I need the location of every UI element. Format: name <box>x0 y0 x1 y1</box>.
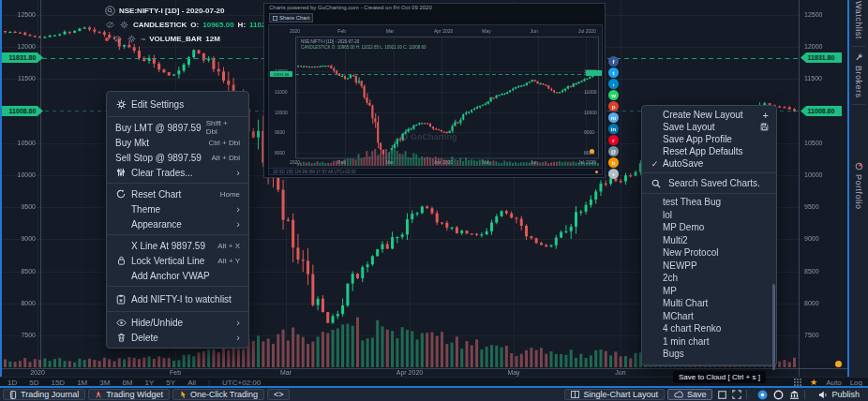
saved-chart-item[interactable]: NEWPP <box>642 260 776 273</box>
publish-button[interactable]: Publish <box>813 389 865 400</box>
save-app-profile-item[interactable]: Save App Profile <box>642 133 776 145</box>
volume-value: 12M <box>205 35 220 43</box>
favorite-star-icon[interactable]: ★ <box>810 379 817 386</box>
mini-legend-line: NSE:NIFTY-I [1D] - 2020-07-20 <box>301 39 359 44</box>
reset-app-defaults-item[interactable]: Reset App Defaults <box>642 145 776 157</box>
more-share-icon[interactable]: + <box>608 169 619 179</box>
x-line-item[interactable]: X Line At 9897.59 Alt + X <box>107 238 248 253</box>
save-button[interactable]: Save <box>667 389 713 400</box>
wrench-icon <box>855 53 863 62</box>
messenger-share-icon[interactable]: m <box>608 112 619 123</box>
clipboard-plus-icon <box>115 294 127 304</box>
save-layout-item[interactable]: Save Layout <box>642 121 776 133</box>
add-to-watchlist-item[interactable]: Add NIFTY-I to watchlist <box>107 290 248 308</box>
symbol-search-icon[interactable] <box>105 6 115 16</box>
menu-scrollbar[interactable] <box>772 284 775 370</box>
price-tick-label: 10500 <box>804 140 822 146</box>
mini-legend-line: CANDLESTICK O: 10965.00 H: 11022.65 L: 1… <box>301 45 426 50</box>
delete-item[interactable]: Delete › <box>107 330 248 345</box>
volume-study-name: VOLUME_BAR <box>149 35 202 43</box>
whatsapp-share-icon[interactable]: w <box>608 90 619 100</box>
plus-icon: + <box>763 110 769 121</box>
one-click-trading-button[interactable]: One-Click Trading <box>172 389 264 400</box>
chevron-right-icon: › <box>236 168 240 177</box>
eye-off-icon[interactable] <box>105 20 115 30</box>
create-new-layout-item[interactable]: Create New Layout + <box>642 109 776 121</box>
pinterest-share-icon[interactable]: p <box>608 101 619 111</box>
chevron-right-icon: › <box>236 333 240 342</box>
saved-chart-item[interactable]: Multi Chart <box>642 297 776 310</box>
share-chart-button[interactable]: Share Chart <box>269 13 313 22</box>
hide-unhide-item[interactable]: Hide/Unhide › <box>107 315 248 330</box>
saved-chart-item[interactable]: 4 chart Renko <box>642 322 776 335</box>
price-tick-label: 7500 <box>4 332 36 338</box>
edit-settings-item[interactable]: Edit Settings <box>107 95 248 113</box>
mini-price-label: 9000 <box>275 129 285 135</box>
saved-chart-item[interactable]: New Protocol <box>642 246 776 260</box>
price-tick-label: 12000 <box>804 43 822 50</box>
sidebar-tab-brokers[interactable]: Brokers <box>849 49 868 103</box>
mini-time-label-bottom: Mar <box>386 159 395 165</box>
study-settings-gear-icon[interactable] <box>119 20 129 30</box>
notification-dot[interactable] <box>835 361 842 367</box>
saved-chart-item[interactable]: Bugs <box>642 348 776 361</box>
search-saved-charts-input[interactable]: Search Saved Charts. <box>642 173 776 194</box>
price-tick-label: 8000 <box>4 300 36 306</box>
saved-chart-item[interactable]: MP Demo <box>642 221 776 234</box>
bank-icon[interactable] <box>789 389 800 400</box>
linkedin-share-icon[interactable]: in <box>608 124 619 134</box>
sell-stop-item[interactable]: Sell Stop @ 9897.59 Alt + Dbl <box>107 150 248 165</box>
lock-vertical-line-item[interactable]: Lock Vertical Line Alt + Y <box>107 253 248 268</box>
sync-ring-icon[interactable] <box>773 389 784 400</box>
time-tick-label: Feb <box>157 369 194 376</box>
facebook-share-icon[interactable]: f <box>608 56 619 67</box>
saved-chart-item[interactable]: MP <box>642 285 776 298</box>
reset-chart-item[interactable]: Reset Chart Home <box>107 186 248 201</box>
screenshot-frame-icon[interactable] <box>718 389 726 400</box>
price-tick-label: 9500 <box>4 203 36 210</box>
saved-chart-item[interactable]: MChart <box>642 310 776 323</box>
saved-chart-item[interactable]: 1 min chart <box>642 335 776 349</box>
mini-time-label-bottom: Jun <box>531 159 538 165</box>
autosave-item[interactable]: ✓ AutoSave <box>642 157 776 170</box>
sidebar-divider <box>852 46 865 47</box>
mini-price-label: 9000 <box>584 129 594 135</box>
telegram-share-icon[interactable]: › <box>608 79 619 89</box>
code-button[interactable]: <> <box>267 389 291 400</box>
grid-settings-icon[interactable] <box>794 379 801 386</box>
mini-price-tag: 11831.80 <box>270 71 292 77</box>
buy-lmt-item[interactable]: Buy LMT @ 9897.59 Shift + Dbl <box>107 120 248 135</box>
right-sidebar: Watchlist Brokers Portfolio <box>849 0 868 378</box>
trading-journal-button[interactable]: Trading Journal <box>3 389 85 400</box>
clear-trades-item[interactable]: Clear Trades... › <box>107 165 248 180</box>
saved-chart-item[interactable]: test Thea Bug <box>642 196 776 209</box>
eye-off-icon[interactable] <box>112 34 123 44</box>
price-tick-label: 10000 <box>804 171 822 178</box>
toolbar-divider <box>804 390 805 399</box>
mini-price-tag <box>586 70 602 76</box>
price-tick-label: 12500 <box>4 11 36 18</box>
saved-chart-item[interactable]: 2ch <box>642 272 776 285</box>
gocharting-app: NSE:NIFTY-I [1D] - 2020-07-20 CANDLESTIC… <box>0 0 868 401</box>
price-tick-label: 8500 <box>804 268 819 275</box>
floppy-icon <box>760 123 769 131</box>
saved-chart-item[interactable]: Multi2 <box>642 234 776 247</box>
blogger-share-icon[interactable]: b <box>608 157 619 168</box>
add-anchor-vwap-item[interactable]: Add Anchor VWAP <box>107 268 248 283</box>
sidebar-tab-watchlist[interactable]: Watchlist <box>849 0 868 44</box>
email-share-icon[interactable]: @ <box>608 146 619 156</box>
buy-mkt-item[interactable]: Buy Mkt Ctrl + Dbl <box>107 135 248 150</box>
twitter-share-icon[interactable]: t <box>608 67 619 78</box>
theme-item[interactable]: Theme › <box>107 201 248 216</box>
appearance-item[interactable]: Appearance › <box>107 216 248 231</box>
chart-context-menu: Edit Settings Buy LMT @ 9897.59 Shift + … <box>106 91 249 349</box>
trading-widget-button[interactable]: Trading Widget <box>88 389 170 400</box>
reddit-share-icon[interactable]: r <box>608 135 619 145</box>
study-settings-gear-icon[interactable] <box>127 34 137 44</box>
megaphone-icon <box>818 391 828 399</box>
camera-icon[interactable] <box>757 389 768 400</box>
s idebar-tab-portfolio[interactable]: Portfolio <box>849 157 868 215</box>
fullscreen-icon[interactable] <box>732 389 741 400</box>
saved-chart-item[interactable]: lol <box>642 209 776 222</box>
single-chart-layout-button[interactable]: Single-Chart Layout <box>564 389 665 400</box>
